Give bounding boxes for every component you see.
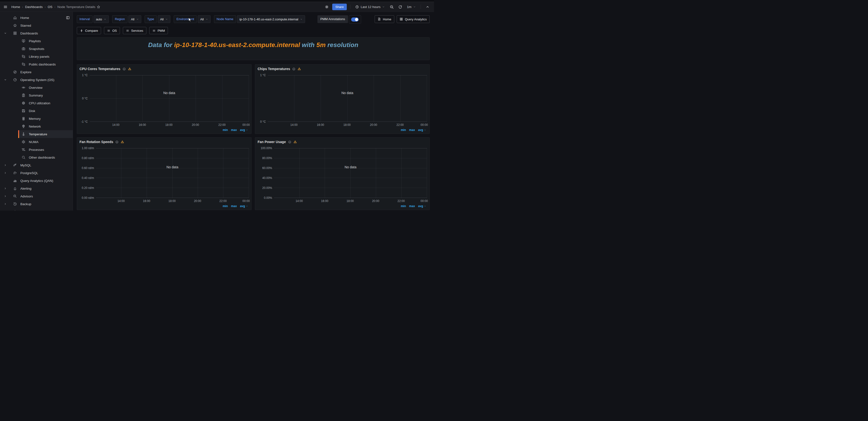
gridline (196, 75, 222, 122)
refresh-interval-picker[interactable]: 1m (405, 5, 417, 9)
warning-icon[interactable] (293, 140, 297, 144)
warning-icon[interactable] (121, 140, 124, 144)
info-icon[interactable] (115, 140, 119, 144)
x-axis: 14:0016:0018:0020:0022:0000:00 (257, 122, 427, 127)
sidebar-item-operating-system-os[interactable]: Operating System (OS) (0, 76, 73, 84)
variable-value-dropdown[interactable]: All (128, 15, 141, 23)
legend-min[interactable]: min (223, 204, 228, 208)
button-services[interactable]: Services (123, 27, 146, 34)
plot-area[interactable]: No data (96, 148, 249, 198)
x-axis-tick-label: 00:00 (421, 123, 428, 127)
breadcrumb-item-home[interactable]: Home (11, 5, 20, 9)
sidebar-item-public-dashboards[interactable]: Public dashboards (18, 60, 73, 68)
no-data-message: No data (341, 91, 353, 95)
legend-min[interactable]: min (401, 204, 406, 208)
plot-area[interactable]: No data (274, 148, 427, 198)
sidebar-item-postgresql[interactable]: PostgreSQL (0, 169, 73, 177)
legend-avg[interactable]: avg (418, 204, 426, 208)
legend-max[interactable]: max (231, 128, 237, 132)
legend-max[interactable]: max (409, 204, 415, 208)
menu-toggle-icon[interactable] (3, 5, 7, 9)
sidebar-item-memory[interactable]: Memory (18, 115, 73, 122)
sidebar-item-overview[interactable]: Overview (18, 84, 73, 91)
link-button-home[interactable]: Home (375, 15, 394, 23)
sidebar-item-numa[interactable]: NUMA (18, 138, 73, 146)
expand-chevron-icon[interactable] (3, 32, 8, 35)
pmm-annotations-toggle[interactable] (349, 15, 361, 24)
sidebar-item-library-panels[interactable]: Library panels (18, 53, 73, 60)
variable-value-dropdown[interactable]: auto (94, 15, 109, 23)
variable-value-dropdown[interactable]: All (198, 15, 210, 23)
button-os[interactable]: OS (104, 27, 120, 34)
sidebar-item-summary[interactable]: Summary (18, 91, 73, 99)
sidebar-item-advisors[interactable]: Advisors (0, 192, 73, 200)
sidebar-item-starred[interactable]: Starred (0, 22, 73, 29)
info-icon[interactable] (292, 67, 296, 71)
sidebar-item-dashboards[interactable]: Dashboards (0, 29, 73, 37)
sidebar-item-query-analytics-qan[interactable]: Query Analytics (QAN) (0, 177, 73, 185)
gridline (222, 75, 249, 122)
warning-icon[interactable] (128, 67, 131, 71)
divider (421, 5, 421, 9)
button-pmm[interactable]: PMM (149, 27, 168, 34)
favorite-star-icon[interactable] (97, 5, 100, 9)
vertical-gridlines (268, 75, 427, 122)
x-axis-tick: 00:00 (401, 122, 427, 127)
sidebar-item-cpu-utilization[interactable]: CPU utilization (18, 99, 73, 107)
sidebar-item-configuration[interactable]: Configuration (0, 208, 73, 210)
expand-chevron-icon[interactable] (3, 210, 8, 210)
plot-region: 100.00%80.00%60.00%40.00%20.00%0.00% No … (257, 148, 427, 198)
sidebar-item-disk[interactable]: Disk (18, 107, 73, 115)
sidebar-item-temperature[interactable]: Temperature (18, 130, 73, 138)
sidebar-item-alerting[interactable]: Alerting (0, 185, 73, 192)
variable-value-dropdown[interactable]: All (158, 15, 170, 23)
info-icon[interactable] (123, 67, 126, 71)
info-icon[interactable] (288, 140, 291, 144)
refresh-button (397, 4, 403, 10)
legend-min[interactable]: min (223, 128, 228, 132)
sidebar-item-home[interactable]: Home (0, 14, 73, 22)
breadcrumb-item-dashboards[interactable]: Dashboards (25, 5, 43, 9)
legend-avg[interactable]: avg (240, 204, 248, 208)
variable-value-dropdown[interactable]: ip-10-178-1-40.us-east-2.compute.interna… (237, 15, 305, 23)
share-button[interactable]: Share (332, 4, 347, 10)
gridline (321, 75, 347, 122)
x-axis-tick: 22:00 (198, 199, 223, 203)
expand-chevron-icon[interactable] (3, 171, 8, 174)
panel-title: Chips Temperatures (257, 67, 290, 71)
button-compare[interactable]: Compare (77, 27, 101, 34)
sidebar-item-snapshots[interactable]: Snapshots (18, 45, 73, 53)
variable-label: Environment (174, 15, 197, 23)
gridline (274, 148, 300, 198)
sidebar-item-backup[interactable]: Backup (0, 200, 73, 208)
link-button-query-analytics[interactable]: Query Analytics (397, 15, 430, 23)
breadcrumb-item-node-temperature-details[interactable]: Node Temperature Details (57, 5, 95, 9)
expand-chevron-icon[interactable] (3, 78, 8, 81)
legend-min[interactable]: min (401, 128, 406, 132)
variable-value: All (200, 18, 204, 21)
sidebar-item-explore[interactable]: Explore (0, 68, 73, 76)
sidebar-item-mysql[interactable]: MySQL (0, 161, 73, 169)
sidebar-item-network[interactable]: Network (18, 122, 73, 130)
variable-label: Region (112, 15, 127, 23)
expand-chevron-icon[interactable] (3, 202, 8, 205)
legend-max[interactable]: max (231, 204, 237, 208)
expand-chevron-icon[interactable] (3, 164, 8, 167)
time-range-picker[interactable]: Last 12 hours (354, 5, 386, 9)
legend-max[interactable]: max (409, 128, 415, 132)
expand-chevron-icon[interactable] (3, 195, 8, 198)
breadcrumb-separator: › (54, 5, 56, 9)
plot-area[interactable]: No data (268, 75, 427, 122)
warning-icon[interactable] (298, 67, 301, 71)
sidebar-item-processes[interactable]: Processes (18, 146, 73, 153)
legend-avg[interactable]: avg (240, 128, 248, 132)
x-axis-tick: 22:00 (374, 122, 401, 127)
sidebar-item-other-dashboards[interactable]: Other dashboards (18, 153, 73, 161)
breadcrumb-item-os[interactable]: OS (48, 5, 53, 9)
legend-avg[interactable]: avg (418, 128, 426, 132)
x-axis-tick: 20:00 (351, 199, 376, 203)
plot-area[interactable]: No data (90, 75, 249, 122)
sidebar-item-playlists[interactable]: Playlists (18, 37, 73, 45)
gridline (143, 75, 169, 122)
expand-chevron-icon[interactable] (3, 187, 8, 190)
